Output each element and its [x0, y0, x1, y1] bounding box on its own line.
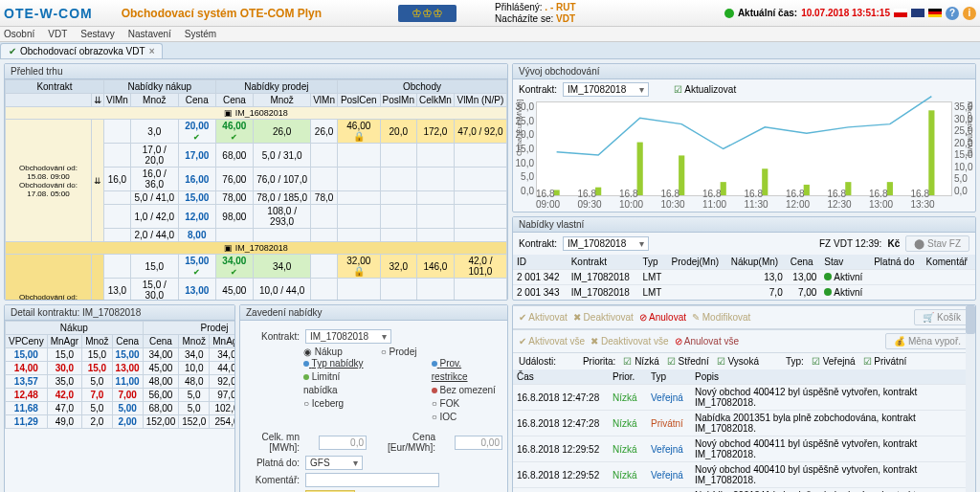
c-cena-s[interactable]: Cena	[215, 94, 253, 107]
flag-en-icon[interactable]	[911, 9, 924, 17]
table-cell[interactable]	[380, 205, 416, 229]
table-cell[interactable]: Aktivní	[820, 301, 870, 302]
table-cell[interactable]	[337, 279, 380, 302]
f-kontrakt-combo[interactable]: IM_17082018	[305, 329, 391, 344]
table-cell[interactable]: Veřejná	[647, 436, 691, 462]
table-cell[interactable]: 26,0	[311, 120, 338, 144]
table-cell[interactable]: 5,0	[179, 389, 210, 402]
table-cell[interactable]: 14,00	[6, 362, 48, 375]
menu-vdt[interactable]: VDT	[48, 29, 67, 39]
table-cell[interactable]: Nízká	[609, 436, 647, 462]
table-cell[interactable]: IM_17082018	[568, 301, 639, 302]
act-modifikovat[interactable]: ✎ Modifikovat	[692, 312, 750, 323]
table-cell[interactable]: 5,0	[82, 375, 112, 389]
ec-popis[interactable]: Popis	[691, 369, 975, 385]
table-cell[interactable]: 254,0	[210, 415, 235, 429]
table-cell[interactable]	[454, 279, 506, 302]
table-cell[interactable]	[416, 144, 454, 168]
table-cell[interactable]: 68,00	[215, 144, 253, 168]
expand-icon[interactable]: ⇊	[92, 120, 104, 242]
table-cell[interactable]: 2 001 352	[513, 301, 568, 302]
table-cell[interactable]: 2,0	[82, 415, 112, 429]
c-mnoz-s[interactable]: Množ	[254, 94, 311, 107]
table-cell[interactable]: 56,00	[143, 389, 179, 402]
info-icon[interactable]: i	[963, 7, 976, 20]
c-vlmn[interactable]: VlMn	[104, 94, 131, 107]
oc-stav[interactable]: Stav	[820, 255, 870, 270]
table-cell[interactable]	[337, 191, 380, 205]
c-vlmnnp[interactable]: VlMn (N/P)	[454, 94, 506, 107]
tab-close-icon[interactable]: ×	[149, 46, 155, 56]
opt-limit[interactable]: Limitní nabídka	[303, 370, 374, 397]
table-cell[interactable]: 152,00	[143, 415, 179, 429]
table-cell[interactable]: 5,0	[82, 402, 112, 415]
table-cell[interactable]: 49,0	[47, 415, 81, 429]
table-cell[interactable]: 30,0	[47, 362, 81, 375]
table-cell[interactable]: 15,0	[130, 255, 178, 279]
table-cell[interactable]: 2 001 342	[513, 270, 568, 285]
table-cell[interactable]: 5,0 / 31,0	[254, 144, 311, 168]
table-cell[interactable]: 16,00	[178, 168, 215, 191]
table-cell[interactable]: 3,0	[130, 120, 178, 144]
table-cell[interactable]: 34,0	[254, 255, 311, 279]
table-cell[interactable]: 45,00	[143, 362, 179, 375]
table-cell[interactable]: 34,0	[210, 348, 235, 362]
table-cell[interactable]: 44,0	[210, 362, 235, 375]
table-cell[interactable]	[416, 229, 454, 242]
table-cell[interactable]	[454, 168, 506, 191]
table-cell[interactable]	[380, 168, 416, 191]
c-celkmn[interactable]: CelkMn	[416, 94, 454, 107]
opt-ioc[interactable]: ○ IOC	[432, 411, 498, 424]
table-cell[interactable]	[311, 255, 338, 279]
qty-input[interactable]	[319, 436, 367, 450]
table-cell[interactable]: LMT	[638, 285, 667, 301]
table-cell[interactable]: 16.8.2018 12:29:52	[513, 462, 609, 488]
opt-iceberg[interactable]: ○ Iceberg	[303, 397, 374, 411]
table-cell[interactable]: 172,0	[416, 120, 454, 144]
table-cell[interactable]: 152,0	[179, 415, 210, 429]
c-vlmn-s[interactable]: VlMn	[311, 94, 338, 107]
table-cell[interactable]: 17,0 / 20,0	[130, 144, 178, 168]
menu-sestavy[interactable]: Sestavy	[80, 29, 115, 39]
table-cell[interactable]: 15,0	[82, 362, 112, 375]
table-cell[interactable]: 7,00	[112, 389, 143, 402]
table-cell[interactable]: 76,0 / 107,0	[254, 168, 311, 191]
table-cell[interactable]: 5,0 / 41,0	[130, 191, 178, 205]
table-cell[interactable]: 15,0	[82, 348, 112, 362]
table-cell[interactable]: 16.8.2018 12:47:28	[513, 411, 609, 436]
table-cell[interactable]: 48,0	[668, 301, 727, 302]
stav-fz-button[interactable]: ⬤ Stav FZ	[905, 235, 969, 252]
table-cell[interactable]	[215, 229, 253, 242]
table-cell[interactable]: 78,0 / 185,0	[254, 191, 311, 205]
table-cell[interactable]: IM_17082018	[568, 270, 639, 285]
table-cell[interactable]: 97,0	[210, 389, 235, 402]
table-cell[interactable]: 15,00	[112, 348, 143, 362]
table-cell[interactable]: 11,00	[112, 375, 143, 389]
table-cell[interactable]: 11,68	[6, 402, 48, 415]
table-cell[interactable]: 98,00	[215, 205, 253, 229]
table-cell[interactable]	[380, 279, 416, 302]
table-cell[interactable]: 16,0 / 36,0	[130, 168, 178, 191]
c-poslmn[interactable]: PoslMn	[380, 94, 416, 107]
chk-privatni[interactable]: Privátní	[863, 356, 907, 367]
act-deaktivovat[interactable]: ✖ Deaktivovat	[573, 312, 634, 323]
table-cell[interactable]: 2,00	[112, 415, 143, 429]
table-cell[interactable]: 8,00	[178, 229, 215, 242]
table-cell[interactable]: Nabídka 2001341 byla plně zobchodována, …	[691, 488, 975, 493]
flag-cz-icon[interactable]	[894, 9, 907, 17]
chk-vysoka[interactable]: Vysoká	[717, 356, 759, 367]
table-cell[interactable]	[104, 120, 131, 144]
table-cell[interactable]: Nový obchod 400410 byl úspěšně vytvořen,…	[691, 462, 975, 488]
table-cell[interactable]: 2,0 / 44,0	[130, 229, 178, 242]
table-cell[interactable]: 32,00 🔒	[337, 255, 380, 279]
table-cell[interactable]	[380, 229, 416, 242]
table-cell[interactable]: 5,00	[112, 402, 143, 415]
comment-input[interactable]	[305, 473, 439, 487]
dc-smna[interactable]: MnAgr	[210, 335, 235, 348]
table-cell[interactable]: 15,0	[47, 348, 81, 362]
chart-kontrakt-combo[interactable]: IM_17082018	[563, 82, 649, 97]
table-cell[interactable]	[380, 191, 416, 205]
currency-button[interactable]: 💰 Měna vypoř.	[885, 333, 969, 349]
table-cell[interactable]: 1,0 / 42,0	[130, 205, 178, 229]
table-cell[interactable]: 17,00	[178, 144, 215, 168]
